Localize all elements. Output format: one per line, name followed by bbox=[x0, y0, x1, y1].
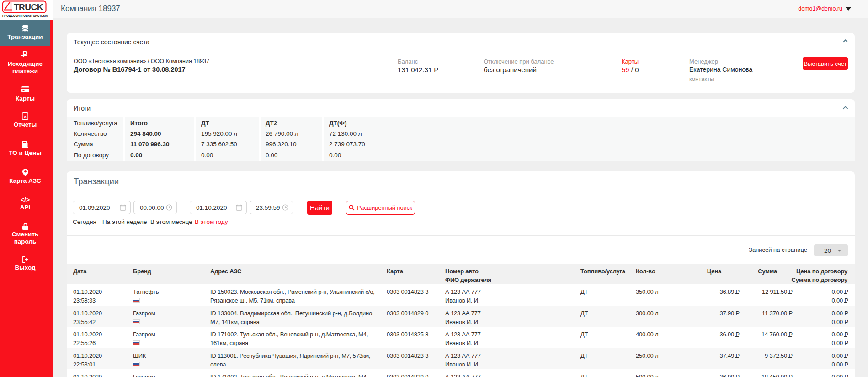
svg-text:ПРОЦЕССИНГОВАЯ СИСТЕМА: ПРОЦЕССИНГОВАЯ СИСТЕМА bbox=[2, 14, 48, 18]
svg-text:x: x bbox=[24, 114, 26, 119]
svg-text:TRUCK: TRUCK bbox=[14, 2, 43, 12]
